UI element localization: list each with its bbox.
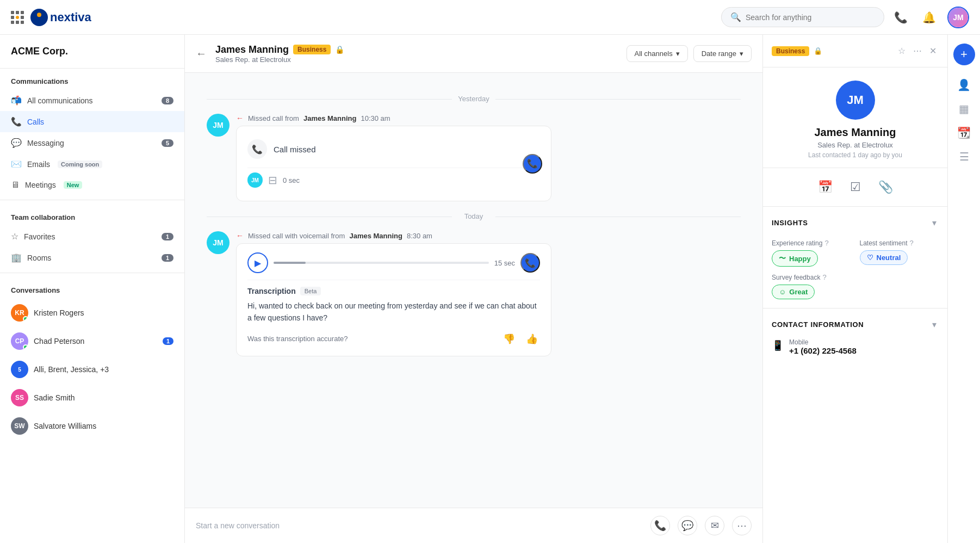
insights-header: INSIGHTS ▾ [772, 215, 939, 230]
play-button[interactable]: ▶ [247, 252, 268, 273]
list-item[interactable]: CP Chad Peterson 1 [0, 327, 184, 355]
sidebar-item-label: Rooms [27, 254, 51, 262]
business-tag: Business [772, 46, 809, 56]
mobile-info: Mobile +1 (602) 225-4568 [789, 338, 857, 355]
nav-icons: 📞 🔔 JM [891, 7, 969, 28]
call-back-button[interactable]: 📞 [523, 154, 542, 174]
user-avatar-btn[interactable]: JM [947, 7, 969, 28]
search-bar[interactable]: 🔍 [721, 7, 884, 27]
message-group: JM ← Missed call from James Manning 10:3… [207, 114, 741, 201]
date-range-filter[interactable]: Date range ▾ [693, 45, 752, 62]
meetings-icon: 🖥 [11, 180, 20, 190]
sidebar-item-emails[interactable]: ✉️ Emails Coming soon [0, 153, 184, 175]
lock-icon: 🔒 [335, 45, 344, 54]
survey-label: Survey feedback ? [772, 273, 939, 281]
back-button[interactable]: ← [196, 47, 207, 60]
accuracy-row: Was this transcription accurate? 👎 👍 [247, 331, 540, 347]
avatar: SW [11, 417, 28, 435]
channels-label: All channels [635, 50, 673, 58]
list-item[interactable]: KR Kristen Rogers [0, 299, 184, 327]
accuracy-question: Was this transcription accurate? [247, 335, 494, 343]
contact-info-collapse-button[interactable]: ▾ [930, 317, 939, 332]
contact-information-section: CONTACT INFORMATION ▾ 📱 Mobile +1 (602) … [763, 308, 947, 364]
star-button[interactable]: ☆ [896, 44, 908, 58]
grid-icon-btn[interactable]: ▦ [953, 98, 975, 120]
calls-icon: 📞 [11, 116, 22, 127]
logo[interactable]: nextiva [30, 9, 91, 26]
voicemail-card: ▶ 15 sec 📞 Transcription Beta [236, 243, 551, 356]
message-header: ← Missed call from James Manning 10:30 a… [236, 114, 741, 122]
call-time: 8:30 am [407, 232, 432, 240]
close-button[interactable]: ✕ [927, 44, 939, 58]
tasks-icon-btn[interactable]: ☑ [847, 177, 864, 198]
last-contacted: Last contacted 1 day ago by you [772, 151, 939, 159]
contact-name: James Manning [772, 126, 939, 139]
list-item[interactable]: SW Salvatore Williams [0, 412, 184, 440]
add-button[interactable]: + [953, 44, 975, 65]
call-missed-label: Call missed [274, 145, 540, 154]
audio-progress-bar[interactable] [274, 262, 489, 264]
all-comms-badge: 8 [162, 97, 173, 104]
call-back-button[interactable]: 📞 [520, 253, 540, 273]
survey-chip: ☺ Great [772, 285, 815, 299]
attachment-icon-btn[interactable]: 📎 [875, 177, 896, 198]
message-content: ← Missed call with voicemail from James … [236, 231, 741, 356]
company-name: ACME Corp. [0, 46, 184, 69]
insights-collapse-button[interactable]: ▾ [930, 215, 939, 230]
list-item[interactable]: 5 Alli, Brent, Jessica, +3 [0, 355, 184, 384]
apps-grid-icon[interactable] [11, 11, 24, 24]
insights-section: INSIGHTS ▾ Experience rating ? 〜 Happy [763, 207, 947, 308]
all-channels-filter[interactable]: All channels ▾ [627, 45, 688, 62]
today-divider: Today [207, 212, 741, 220]
logo-text: nextiva [50, 10, 91, 24]
rp-action-icons: 📅 ☑ 📎 [763, 168, 947, 207]
contact-info-title: CONTACT INFORMATION [772, 320, 864, 329]
sidebar-item-rooms[interactable]: 🏢 Rooms 1 [0, 247, 184, 268]
conv-name: Chad Peterson [34, 337, 157, 345]
sender-avatar: JM [207, 231, 230, 254]
sidebar-item-all-communications[interactable]: 📬 All communications 8 [0, 90, 184, 111]
mobile-icon: 📱 [772, 340, 784, 351]
sidebar-item-label: Messaging [27, 139, 64, 147]
insights-row: Experience rating ? 〜 Happy Latest senti… [772, 239, 939, 267]
person-icon-btn[interactable]: 👤 [953, 74, 975, 96]
bell-icon-btn[interactable]: 🔔 [919, 8, 939, 27]
more-options-button[interactable]: ⋯ [911, 44, 924, 58]
sidebar-item-messaging[interactable]: 💬 Messaging 5 [0, 132, 184, 153]
transcription-label: Transcription [247, 287, 296, 295]
phone-icon-btn[interactable]: 📞 [891, 8, 910, 27]
calendar-icon-btn[interactable]: 📅 [815, 177, 836, 198]
emails-coming-soon-tag: Coming soon [58, 161, 102, 168]
calendar-strip-icon-btn[interactable]: 📆 [953, 122, 975, 144]
yesterday-divider: Yesterday [207, 95, 741, 103]
sidebar-item-label: Emails [27, 160, 50, 169]
list-strip-icon-btn[interactable]: ☰ [953, 146, 975, 168]
help-icon: ? [822, 273, 826, 281]
message-action-button[interactable]: 💬 [678, 516, 697, 535]
list-item[interactable]: SS Sadie Smith [0, 384, 184, 412]
contact-info-header: CONTACT INFORMATION ▾ [772, 317, 939, 332]
thumbs-down-button[interactable]: 👎 [501, 331, 517, 347]
avatar-initials: JM [847, 93, 864, 107]
sentiment-col: Latest sentiment ? ♡ Neutral [860, 239, 939, 267]
thumbs-up-button[interactable]: 👍 [524, 331, 540, 347]
conv-name: Salvatore Williams [34, 422, 173, 430]
search-input[interactable] [746, 13, 875, 22]
phone-action-button[interactable]: 📞 [650, 516, 670, 535]
search-icon: 🔍 [730, 12, 741, 22]
avatar: JM [948, 8, 968, 27]
date-label: Date range [702, 50, 736, 58]
contact-role: Sales Rep. at Electrolux [215, 55, 618, 64]
messaging-badge: 5 [162, 139, 173, 147]
audio-row: ▶ 15 sec 📞 [247, 252, 540, 273]
sidebar-item-favorites[interactable]: ☆ Favorites 1 [0, 226, 184, 247]
communications-section-title: Communications [0, 69, 184, 90]
sidebar-item-label: Meetings [25, 181, 56, 189]
call-duration: 0 sec [283, 176, 300, 184]
more-actions-button[interactable]: ⋯ [732, 516, 752, 535]
sidebar-item-calls[interactable]: 📞 Calls [0, 111, 184, 132]
email-action-button[interactable]: ✉ [705, 516, 724, 535]
sidebar-item-meetings[interactable]: 🖥 Meetings New [0, 175, 184, 195]
transcription-text: Hi, wanted to check back on our meeting … [247, 300, 540, 324]
sentiment-chip: ♡ Neutral [860, 250, 908, 265]
